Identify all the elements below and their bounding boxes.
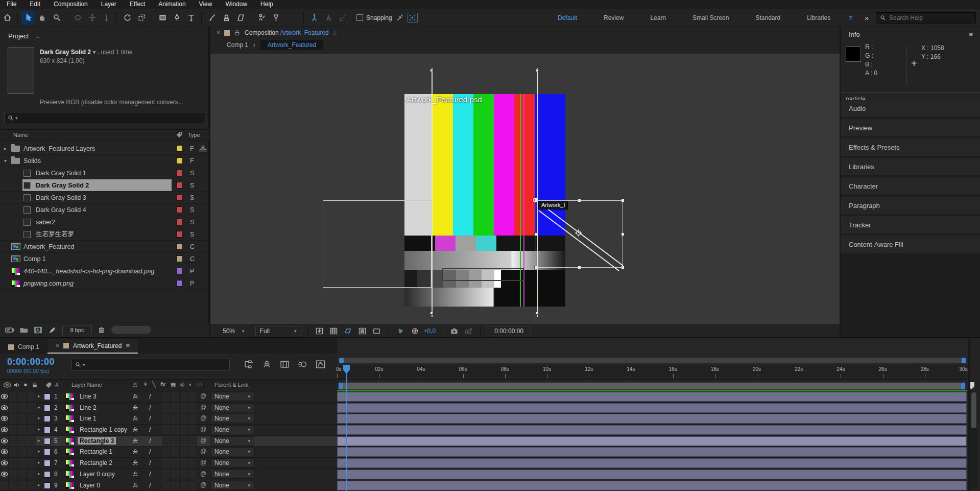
layer-expand-arrow[interactable]: ▸: [38, 460, 40, 465]
vertical-scrollbar-thumb[interactable]: [971, 392, 976, 428]
collapse-column-icon[interactable]: ☀: [143, 381, 148, 388]
solo-switch-cell[interactable]: [18, 403, 27, 412]
cube-column-icon[interactable]: □: [198, 381, 202, 387]
motion-blur-cell[interactable]: [180, 425, 188, 434]
guides-icon[interactable]: [371, 326, 383, 336]
comp-panel-menu-icon[interactable]: ≡: [333, 29, 337, 37]
current-time-display[interactable]: 0:00:00:00: [7, 357, 55, 367]
layer-label-chip[interactable]: [44, 471, 51, 478]
quality-switch-icon[interactable]: /: [149, 404, 151, 411]
snapshot-icon[interactable]: [448, 326, 460, 336]
layer-label-chip[interactable]: [44, 449, 51, 455]
video-switch-cell[interactable]: [0, 403, 9, 412]
layer-duration-bar[interactable]: [337, 458, 967, 468]
time-ruler[interactable]: 0s 02s 04s 06s 08s 10s 12s 14s 16s 18s 2…: [337, 365, 967, 380]
layer-name[interactable]: Rectangle 1 copy: [78, 426, 129, 433]
frame-blend-cell[interactable]: [171, 425, 180, 434]
timeline-search-box[interactable]: ▾: [71, 359, 230, 371]
quality-switch-icon[interactable]: /: [149, 459, 151, 466]
show-snapshot-icon[interactable]: [463, 326, 474, 336]
layer-label-chip[interactable]: [44, 460, 51, 466]
adjustment-cell[interactable]: [188, 392, 197, 401]
menu-item[interactable]: Animation: [152, 0, 192, 9]
fx-cell[interactable]: [162, 447, 171, 456]
item-name[interactable]: Dark Gray Solid 4: [36, 206, 86, 214]
solo-switch-cell[interactable]: [18, 470, 27, 479]
menu-item[interactable]: Effect: [123, 0, 152, 9]
layer-row[interactable]: ▸ 9 Layer 0 / @ None ▾: [0, 480, 337, 491]
eraser-tool-icon[interactable]: [234, 11, 247, 25]
new-composition-icon[interactable]: [34, 326, 43, 334]
workspace-tab[interactable]: Libraries: [794, 12, 844, 24]
breadcrumb-comp1[interactable]: Comp 1: [227, 41, 248, 49]
parent-dropdown[interactable]: None ▾: [210, 447, 254, 456]
video-switch-cell[interactable]: [0, 436, 9, 446]
comp-panel-comp-name[interactable]: Artwork_Featured: [280, 29, 328, 36]
adjustment-cell[interactable]: [188, 470, 197, 479]
shy-switch-icon[interactable]: [132, 448, 139, 457]
item-name[interactable]: Artwork_Featured Layers: [23, 145, 95, 152]
frame-blend-cell[interactable]: [171, 447, 180, 456]
world-axis-mode-icon[interactable]: [322, 11, 335, 25]
region-of-interest-icon[interactable]: [343, 326, 354, 336]
dolly-camera-tool-icon[interactable]: [100, 11, 113, 25]
shy-master-icon[interactable]: [262, 360, 272, 369]
solo-switch-cell[interactable]: [18, 458, 27, 467]
expand-arrow-icon[interactable]: ▾: [4, 158, 10, 163]
frame-blend-cell[interactable]: [171, 481, 180, 490]
layer-bar-row[interactable]: [337, 403, 967, 414]
parent-pickwhip-icon[interactable]: @: [200, 404, 206, 411]
project-bit-depth-button[interactable]: 8 bpc: [62, 325, 92, 335]
rectangle-tool-icon[interactable]: [156, 11, 169, 25]
label-color-chip[interactable]: [176, 206, 183, 213]
timeline-horizontal-scrollbar[interactable]: [339, 358, 966, 363]
video-switch-cell[interactable]: [0, 447, 9, 456]
fx-cell[interactable]: [162, 436, 171, 446]
menu-item[interactable]: Help: [254, 0, 280, 9]
audio-switch-cell[interactable]: [9, 436, 18, 446]
shy-switch-icon[interactable]: [132, 415, 139, 424]
layer-expand-arrow[interactable]: ▸: [38, 438, 40, 443]
motion-blur-cell[interactable]: [180, 414, 188, 423]
brush-tool-icon[interactable]: [205, 11, 219, 25]
collapsed-panel-tab[interactable]: Preview: [841, 119, 980, 136]
magnification-dropdown[interactable]: 50% ▾: [219, 326, 249, 336]
pen-tool-icon[interactable]: [170, 11, 183, 25]
hand-tool-icon[interactable]: [36, 11, 49, 25]
parent-dropdown[interactable]: None ▾: [210, 470, 254, 479]
layer-expand-arrow[interactable]: ▸: [38, 405, 40, 410]
parent-dropdown[interactable]: None ▾: [210, 414, 254, 423]
local-axis-mode-icon[interactable]: [307, 11, 321, 25]
parent-pickwhip-icon[interactable]: @: [200, 426, 206, 433]
layer-name[interactable]: Line 1: [78, 415, 99, 422]
layer-duration-bar[interactable]: [337, 403, 967, 413]
tab-close-icon[interactable]: ×: [56, 342, 59, 349]
solo-switch-cell[interactable]: [18, 414, 27, 423]
layer-name[interactable]: Rectangle 3: [78, 437, 116, 445]
search-options-caret[interactable]: ▾: [83, 362, 85, 367]
solo-switch-cell[interactable]: [18, 425, 27, 434]
work-area-start-handle[interactable]: [339, 383, 343, 389]
scrollbar-right-cap[interactable]: [962, 358, 966, 363]
project-row[interactable]: ▾ Solids F: [0, 155, 209, 167]
menu-item[interactable]: Window: [219, 0, 254, 9]
vertical-layer-outline-1[interactable]: [432, 68, 433, 317]
vertical-layer-outline-2[interactable]: [537, 68, 538, 317]
comp-panel-title[interactable]: Composition Artwork_Featured: [245, 29, 329, 36]
project-panel-menu-icon[interactable]: ≡: [36, 32, 40, 40]
fx-column-icon[interactable]: fx: [160, 381, 165, 387]
close-panel-icon[interactable]: ×: [217, 29, 220, 36]
motion-blur-cell[interactable]: [180, 470, 188, 479]
parent-dropdown[interactable]: None ▾: [210, 458, 254, 467]
audio-switch-cell[interactable]: [9, 470, 18, 479]
audio-switch-cell[interactable]: [9, 403, 18, 412]
composition-viewer[interactable]: Artwork_Featured.psd: [210, 54, 840, 324]
parent-dropdown[interactable]: None ▾: [210, 425, 254, 434]
pan-camera-tool-icon[interactable]: [85, 11, 99, 25]
parent-pickwhip-icon[interactable]: @: [200, 470, 206, 477]
item-name[interactable]: saber2: [36, 219, 55, 226]
preview-timecode[interactable]: 0:00:00:00: [487, 326, 531, 336]
label-color-chip[interactable]: [176, 194, 183, 201]
new-folder-icon[interactable]: [19, 326, 29, 334]
layer-expand-arrow[interactable]: ▸: [38, 393, 40, 399]
